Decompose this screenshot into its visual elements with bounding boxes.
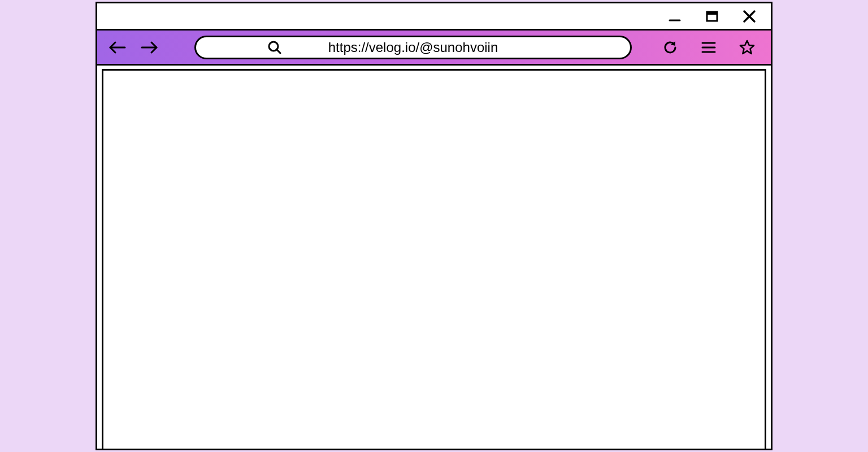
address-bar[interactable] xyxy=(194,36,632,59)
maximize-button[interactable] xyxy=(704,8,720,24)
reload-icon xyxy=(662,39,679,56)
content-area xyxy=(102,69,766,449)
close-button[interactable] xyxy=(741,8,757,24)
svg-line-8 xyxy=(277,50,280,53)
menu-button[interactable] xyxy=(700,38,718,56)
title-bar xyxy=(97,3,771,31)
bookmark-button[interactable] xyxy=(738,38,756,56)
minimize-icon xyxy=(668,10,682,23)
toolbar-right-icons xyxy=(661,38,756,56)
browser-window xyxy=(96,2,772,450)
forward-button[interactable] xyxy=(139,37,159,58)
svg-rect-2 xyxy=(707,12,717,15)
arrow-left-icon xyxy=(108,41,127,54)
back-button[interactable] xyxy=(107,37,128,58)
search-icon xyxy=(267,40,282,55)
svg-marker-13 xyxy=(740,41,754,54)
minimize-button[interactable] xyxy=(667,8,683,24)
browser-toolbar xyxy=(97,31,771,66)
reload-button[interactable] xyxy=(661,38,679,56)
maximize-icon xyxy=(705,10,719,23)
star-icon xyxy=(739,39,756,56)
arrow-right-icon xyxy=(140,41,159,54)
hamburger-icon xyxy=(701,41,717,54)
close-icon xyxy=(742,9,757,24)
